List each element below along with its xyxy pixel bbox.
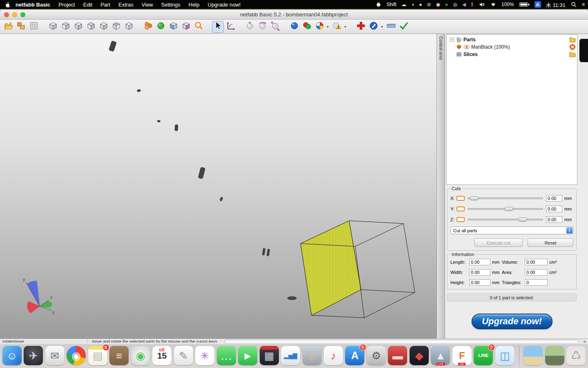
view-right-button[interactable] <box>85 21 97 33</box>
cut-y-checkbox[interactable] <box>457 206 465 211</box>
rotate-tool[interactable] <box>256 21 268 33</box>
menu-project[interactable]: Project <box>54 2 79 8</box>
material-button[interactable] <box>288 21 300 33</box>
eye-app-icon[interactable]: ◉ <box>436 2 440 7</box>
cut-z-value[interactable]: 0.00 <box>546 216 562 223</box>
view-back-button[interactable] <box>60 21 71 33</box>
folder-add-button[interactable] <box>569 51 576 58</box>
analyse-button-dropdown[interactable]: ▼ <box>344 25 347 28</box>
cut-x-slider[interactable] <box>468 195 543 202</box>
cut-z-slider-handle[interactable] <box>518 218 527 222</box>
color-button-dropdown[interactable]: ▼ <box>326 25 329 28</box>
cut-x-checkbox[interactable] <box>457 196 465 201</box>
dock-prism-app[interactable]: ▲LITE <box>430 345 451 367</box>
apple-menu[interactable] <box>3 2 11 8</box>
menu-list-icon[interactable]: ≡ <box>582 2 585 7</box>
wifi-icon[interactable] <box>490 2 497 8</box>
cut-z-checkbox[interactable] <box>457 217 465 222</box>
dock-preview-app[interactable]: ◫ <box>494 345 515 367</box>
select-tool[interactable] <box>212 21 224 33</box>
execute-cut-button[interactable]: Execute cut <box>474 238 523 247</box>
dock-system-preferences[interactable]: ⚙ <box>366 345 386 367</box>
menu-extras[interactable]: Extras <box>114 2 138 8</box>
platform-button[interactable] <box>28 21 40 33</box>
dnd-icon[interactable]: ⊘ <box>427 2 431 7</box>
cut-z-slider[interactable] <box>468 216 543 223</box>
line-status-icon[interactable]: ● <box>445 2 448 7</box>
cut-scope-select[interactable]: Cut all parts ▲▼ <box>450 227 573 234</box>
app-icon-2[interactable]: ● <box>419 2 422 7</box>
zoom-window-button[interactable] <box>20 12 25 17</box>
collision-button[interactable] <box>301 21 313 33</box>
add-part-button[interactable] <box>15 21 27 33</box>
dock-launchpad[interactable]: ✈ <box>23 345 43 367</box>
dock-contacts[interactable]: ≡ <box>109 345 129 367</box>
measure-button[interactable] <box>385 21 397 33</box>
clock[interactable]: 木 11:31 <box>546 1 566 9</box>
volume-value[interactable]: 0.00 <box>525 259 548 265</box>
back-arrow-icon[interactable]: ◀ <box>462 2 466 7</box>
dock-weather-app[interactable]: ☼ <box>302 345 322 367</box>
menu-upgrade-now[interactable]: Upgrade now! <box>204 2 245 8</box>
tree-row-slices[interactable]: Slices <box>447 51 577 58</box>
dock-chart-app[interactable]: ▂▅▇ <box>280 345 301 367</box>
tree-row-parts[interactable]: Parts <box>447 36 577 43</box>
input-source-badge[interactable]: A <box>535 1 541 8</box>
app-icon-1[interactable]: ◑ <box>411 2 414 7</box>
folder-add-button[interactable] <box>569 36 576 43</box>
move-tool[interactable] <box>244 21 256 33</box>
dock-toolbox-app[interactable]: ▬ <box>388 345 408 367</box>
titlebar[interactable]: netfabb Basic 5.2 - bomberman04.fabbproj… <box>0 10 588 20</box>
dock-chrome[interactable]: ◉ <box>66 345 86 367</box>
triangles-value[interactable]: 0 <box>525 279 548 286</box>
dock-media-app[interactable]: ▦ <box>259 345 279 367</box>
close-window-button[interactable] <box>4 12 9 17</box>
dock-trash[interactable]: ♺ <box>566 345 586 367</box>
view-top-button[interactable] <box>98 21 109 33</box>
swirl-icon[interactable]: ◎ <box>453 2 457 7</box>
cut-y-slider[interactable] <box>468 206 543 212</box>
remove-button[interactable] <box>569 44 576 50</box>
battery-percent[interactable]: 100% <box>501 2 514 7</box>
dock-facetime[interactable]: ▶ <box>237 345 258 367</box>
zoom-part-button[interactable] <box>180 21 192 33</box>
menu-help[interactable]: Help <box>185 2 204 8</box>
dock-photo-file-1[interactable] <box>523 345 543 367</box>
zoom-window-button[interactable] <box>167 21 179 33</box>
dock-finder[interactable]: ☺ <box>2 345 22 367</box>
scale-tool[interactable] <box>269 21 281 33</box>
menubar-app-name[interactable]: netfabb Basic <box>11 2 54 8</box>
dock-textedit[interactable]: ✎ <box>173 345 194 367</box>
cut-x-slider-handle[interactable] <box>470 196 479 200</box>
dock-colorful-app[interactable]: ✳ <box>194 345 215 367</box>
dock-messages[interactable]: … <box>216 345 236 367</box>
color-button[interactable] <box>314 21 325 33</box>
volume-icon[interactable] <box>479 2 485 8</box>
apply-button[interactable] <box>398 21 410 33</box>
cut-y-value[interactable]: 0.00 <box>546 206 562 212</box>
edit-button[interactable] <box>368 21 380 33</box>
dock-music[interactable]: ♪ <box>323 345 343 367</box>
cut-y-slider-handle[interactable] <box>504 207 513 211</box>
printer-icon[interactable] <box>375 2 382 8</box>
dock-line-app[interactable]: LINE2 <box>473 345 494 367</box>
battery-icon[interactable] <box>519 2 530 8</box>
width-value[interactable]: 0.00 <box>469 269 490 276</box>
repair-button[interactable] <box>355 21 367 33</box>
dock-mail[interactable]: ✉ <box>45 345 65 367</box>
show-parts-button[interactable] <box>142 21 154 33</box>
dock-reader-app[interactable]: ◆ <box>409 345 429 367</box>
viewport-3d[interactable]: y x z <box>0 34 437 339</box>
spotlight-icon[interactable] <box>570 2 577 8</box>
open-project-button[interactable] <box>2 21 14 33</box>
view-iso-button[interactable] <box>123 21 135 33</box>
zoom-button[interactable] <box>193 21 205 33</box>
expander-icon[interactable] <box>449 37 455 43</box>
dock-notes[interactable]: ▤4 <box>87 345 108 367</box>
length-value[interactable]: 0.00 <box>469 259 490 265</box>
view-left-button[interactable] <box>72 21 84 33</box>
coordinate-tool[interactable] <box>225 21 236 33</box>
cut-x-value[interactable]: 0.00 <box>546 195 562 202</box>
bluetooth-icon[interactable]: ᛒ <box>471 2 474 7</box>
edit-button-dropdown[interactable]: ▼ <box>381 25 383 28</box>
